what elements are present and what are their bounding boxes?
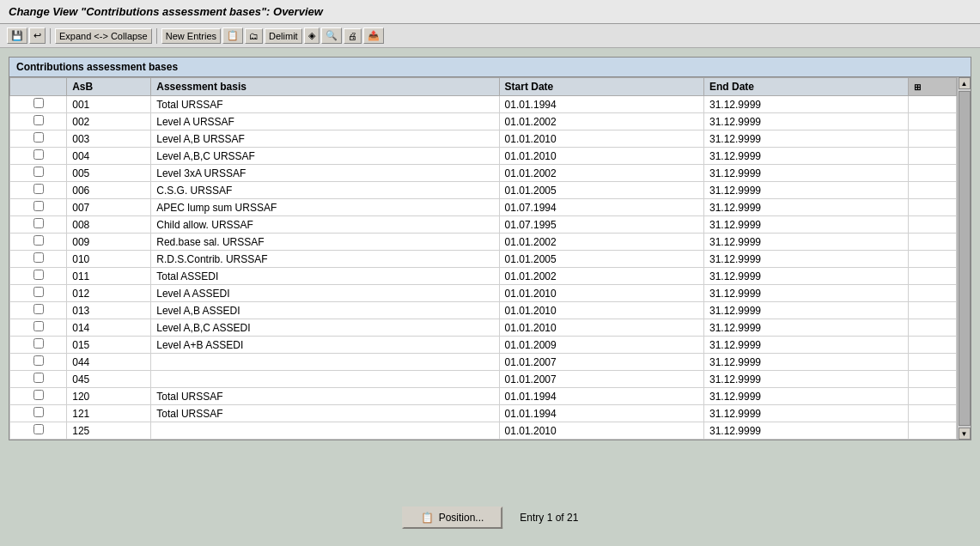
cell-asb: 008 [67,216,151,234]
table-row[interactable]: 006C.S.G. URSSAF01.01.200531.12.9999 [10,182,957,199]
move-btn[interactable]: 🗂 [245,28,263,44]
row-selector-cell[interactable] [10,148,67,165]
row-selector-cell[interactable] [10,216,67,234]
scroll-up-btn[interactable]: ▲ [959,77,971,89]
toolbar: 💾 ↩ Expand <-> Collapse New Entries 📋 🗂 … [0,24,980,48]
cell-empty [909,285,957,302]
header-sort-icon[interactable]: ⊞ [909,78,957,96]
row-selector-cell[interactable] [10,405,67,422]
row-selector-cell[interactable] [10,165,67,182]
cell-basis: Level A,B,C URSSAF [151,148,499,165]
table-row[interactable]: 014Level A,B,C ASSEDI01.01.201031.12.999… [10,319,957,337]
row-checkbox[interactable] [33,304,44,314]
table-row[interactable]: 04501.01.200731.12.9999 [10,371,957,388]
row-selector-cell[interactable] [10,319,67,337]
row-selector-cell[interactable] [10,199,67,216]
header-checkbox [10,78,67,96]
row-checkbox[interactable] [33,373,44,383]
row-checkbox[interactable] [33,407,44,417]
table-row[interactable]: 009Red.base sal. URSSAF01.01.200231.12.9… [10,234,957,251]
select-btn[interactable]: ◈ [304,27,320,44]
row-checkbox[interactable] [33,338,44,349]
new-entries-btn[interactable]: New Entries [161,28,221,44]
row-checkbox[interactable] [33,98,44,108]
table-row[interactable]: 010R.D.S.Contrib. URSSAF01.01.200531.12.… [10,251,957,268]
cell-basis: Level A,B ASSEDI [151,302,499,319]
table-row[interactable]: 120Total URSSAF01.01.199431.12.9999 [10,388,957,405]
cell-start: 01.01.2010 [499,319,703,337]
row-selector-cell[interactable] [10,388,67,405]
table-row[interactable]: 013Level A,B ASSEDI01.01.201031.12.9999 [10,302,957,319]
row-selector-cell[interactable] [10,302,67,319]
table-row[interactable]: 008Child allow. URSSAF01.07.199531.12.99… [10,216,957,234]
cell-basis: Level A,B,C ASSEDI [151,319,499,337]
row-checkbox[interactable] [33,132,44,143]
row-selector-cell[interactable] [10,251,67,268]
cell-empty [909,354,957,371]
row-selector-cell[interactable] [10,354,67,371]
cell-empty [909,234,957,251]
row-selector-cell[interactable] [10,285,67,302]
cell-start: 01.01.2010 [499,130,703,148]
copy-btn[interactable]: 📋 [222,27,243,44]
row-selector-cell[interactable] [10,337,67,354]
print-btn[interactable]: 🖨 [344,28,362,44]
expand-collapse-btn[interactable]: Expand <-> Collapse [55,28,152,44]
table-row[interactable]: 002Level A URSSAF01.01.200231.12.9999 [10,113,957,130]
scrollbar[interactable]: ▲ ▼ [957,77,971,440]
row-checkbox[interactable] [33,184,44,194]
row-checkbox[interactable] [33,167,44,177]
row-checkbox[interactable] [33,149,44,160]
toolbar-back-btn[interactable]: ↩ [29,27,46,44]
table-row[interactable]: 12501.01.201031.12.9999 [10,422,957,440]
row-selector-cell[interactable] [10,422,67,440]
table-row[interactable]: 001Total URSSAF01.01.199431.12.9999 [10,96,957,113]
cell-end: 31.12.9999 [703,234,908,251]
table-row[interactable]: 012Level A ASSEDI01.01.201031.12.9999 [10,285,957,302]
table-row[interactable]: 007APEC lump sum URSSAF01.07.199431.12.9… [10,199,957,216]
cell-basis: C.S.G. URSSAF [151,182,499,199]
cell-start: 01.01.1994 [499,96,703,113]
cell-start: 01.01.2010 [499,302,703,319]
row-checkbox[interactable] [33,201,44,211]
row-selector-cell[interactable] [10,371,67,388]
row-selector-cell[interactable] [10,96,67,113]
toolbar-save-btn[interactable]: 💾 [7,27,27,44]
table-row[interactable]: 011Total ASSEDI01.01.200231.12.9999 [10,268,957,285]
cell-end: 31.12.9999 [703,113,908,130]
row-checkbox[interactable] [33,321,44,331]
row-checkbox[interactable] [33,424,44,434]
data-table: AsB Assessment basis Start Date End Date [9,77,957,440]
table-row[interactable]: 015Level A+B ASSEDI01.01.200931.12.9999 [10,337,957,354]
row-checkbox[interactable] [33,235,44,246]
title-bar: Change View "Contributions assessment ba… [0,0,980,24]
table-row[interactable]: 121Total URSSAF01.01.199431.12.9999 [10,405,957,422]
row-checkbox[interactable] [33,252,44,263]
row-checkbox[interactable] [33,218,44,228]
row-checkbox[interactable] [33,390,44,400]
row-checkbox[interactable] [33,355,44,366]
delimit-btn[interactable]: Delimit [265,28,302,44]
cell-empty [909,199,957,216]
cell-start: 01.01.2009 [499,337,703,354]
scroll-thumb[interactable] [959,91,971,426]
row-checkbox[interactable] [33,115,44,125]
cell-asb: 044 [67,354,151,371]
table-row[interactable]: 003Level A,B URSSAF01.01.201031.12.9999 [10,130,957,148]
scroll-down-btn[interactable]: ▼ [959,428,971,440]
row-selector-cell[interactable] [10,113,67,130]
table-row[interactable]: 005Level 3xA URSSAF01.01.200231.12.9999 [10,165,957,182]
header-asb: AsB [67,78,151,96]
row-selector-cell[interactable] [10,130,67,148]
row-checkbox[interactable] [33,270,44,280]
row-selector-cell[interactable] [10,182,67,199]
cell-asb: 002 [67,113,151,130]
row-checkbox[interactable] [33,287,44,297]
detail-btn[interactable]: 🔍 [321,27,342,44]
row-selector-cell[interactable] [10,268,67,285]
export-btn[interactable]: 📤 [363,27,384,44]
table-row[interactable]: 04401.01.200731.12.9999 [10,354,957,371]
row-selector-cell[interactable] [10,234,67,251]
cell-asb: 001 [67,96,151,113]
table-row[interactable]: 004Level A,B,C URSSAF01.01.201031.12.999… [10,148,957,165]
